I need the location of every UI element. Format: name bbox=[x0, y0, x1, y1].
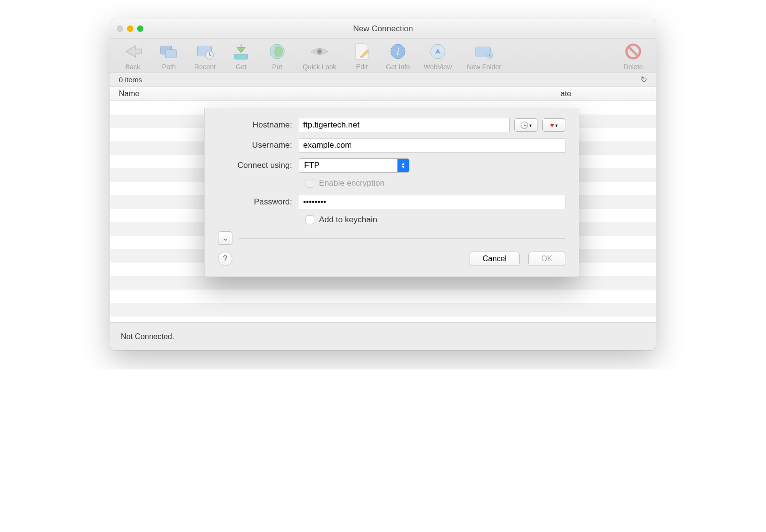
add-keychain-checkbox[interactable] bbox=[306, 215, 314, 224]
eye-icon bbox=[309, 41, 330, 62]
toolbar-label: Path bbox=[162, 63, 176, 71]
toolbar-label: Recent bbox=[194, 63, 216, 71]
chevron-down-icon: ⌄ bbox=[223, 235, 228, 242]
add-keychain-label: Add to keychain bbox=[319, 215, 377, 225]
svg-rect-1 bbox=[165, 50, 176, 58]
download-icon bbox=[231, 41, 251, 62]
connection-status: Not Connected. bbox=[121, 332, 174, 341]
svg-text:i: i bbox=[396, 46, 399, 57]
toolbar-path[interactable]: Path bbox=[152, 41, 186, 71]
heart-icon: ♥ bbox=[550, 121, 554, 129]
svg-point-7 bbox=[318, 50, 321, 53]
toolbar-delete[interactable]: Delete bbox=[616, 41, 650, 71]
compass-icon bbox=[428, 41, 448, 62]
cancel-button[interactable]: Cancel bbox=[470, 252, 520, 266]
toolbar-webview[interactable]: WebView bbox=[417, 41, 459, 71]
toolbar-label: Put bbox=[272, 63, 282, 71]
toolbar: Back Path Recent Get Put bbox=[110, 38, 656, 73]
username-label: Username: bbox=[218, 140, 299, 150]
hostname-input[interactable] bbox=[299, 118, 510, 132]
recent-folder-clock-icon bbox=[195, 41, 215, 62]
toolbar-new-folder[interactable]: New Folder bbox=[461, 41, 507, 71]
delete-prohibit-icon bbox=[623, 41, 643, 62]
enable-encryption-label: Enable encryption bbox=[319, 178, 384, 188]
footer: Not Connected. bbox=[110, 322, 656, 350]
toolbar-label: Edit bbox=[356, 63, 368, 71]
toolbar-label: Back bbox=[125, 63, 140, 71]
expand-options-button[interactable]: ⌄ bbox=[218, 231, 232, 245]
list-header: Name ate bbox=[110, 87, 656, 101]
info-icon: i bbox=[388, 41, 408, 62]
toolbar-quick-look[interactable]: Quick Look bbox=[296, 41, 343, 71]
clock-icon: 🕒 bbox=[520, 121, 528, 129]
column-name[interactable]: Name bbox=[119, 89, 551, 98]
new-folder-icon bbox=[474, 41, 494, 62]
chevron-down-icon: ▾ bbox=[555, 123, 558, 128]
statusbar: 0 items ↻ bbox=[110, 73, 656, 87]
edit-document-icon bbox=[352, 41, 372, 62]
history-dropdown-button[interactable]: 🕒▾ bbox=[514, 118, 537, 132]
svg-rect-4 bbox=[234, 54, 248, 59]
toolbar-put[interactable]: Put bbox=[260, 41, 294, 71]
toolbar-edit[interactable]: Edit bbox=[345, 41, 379, 71]
password-label: Password: bbox=[218, 197, 299, 207]
toolbar-label: WebView bbox=[424, 63, 452, 71]
enable-encryption-checkbox bbox=[306, 179, 314, 188]
ok-button: OK bbox=[528, 252, 565, 266]
connect-using-label: Connect using: bbox=[218, 161, 299, 170]
toolbar-recent[interactable]: Recent bbox=[188, 41, 222, 71]
protocol-value: FTP bbox=[304, 161, 319, 170]
column-date[interactable]: ate bbox=[551, 89, 647, 98]
favorites-dropdown-button[interactable]: ♥▾ bbox=[542, 118, 565, 132]
items-count: 0 items bbox=[119, 76, 142, 84]
app-window: New Connection Back Path Recent Get bbox=[110, 19, 656, 350]
path-folders-icon bbox=[159, 41, 179, 62]
toolbar-get-info[interactable]: i Get Info bbox=[381, 41, 415, 71]
new-connection-dialog: Hostname: 🕒▾ ♥▾ Username: Connect using: bbox=[204, 108, 579, 277]
titlebar: New Connection bbox=[110, 19, 656, 38]
upload-globe-icon bbox=[267, 41, 287, 62]
add-keychain-row[interactable]: Add to keychain bbox=[306, 215, 565, 225]
chevron-down-icon: ▾ bbox=[529, 123, 532, 128]
toolbar-label: Quick Look bbox=[303, 63, 336, 71]
protocol-select[interactable]: FTP ▲▼ bbox=[299, 158, 409, 173]
list-row bbox=[110, 303, 656, 317]
enable-encryption-row: Enable encryption bbox=[306, 178, 565, 188]
help-icon: ? bbox=[223, 254, 227, 264]
toolbar-label: Get Info bbox=[386, 63, 410, 71]
username-input[interactable] bbox=[299, 138, 565, 152]
refresh-icon[interactable]: ↻ bbox=[640, 75, 647, 85]
toolbar-label: Delete bbox=[624, 63, 643, 71]
toolbar-label: Get bbox=[236, 63, 247, 71]
toolbar-back[interactable]: Back bbox=[116, 41, 150, 71]
password-input[interactable] bbox=[299, 195, 565, 209]
window-title: New Connection bbox=[110, 24, 656, 34]
help-button[interactable]: ? bbox=[218, 252, 232, 266]
toolbar-get[interactable]: Get bbox=[224, 41, 258, 71]
list-row bbox=[110, 290, 656, 303]
divider bbox=[239, 238, 565, 239]
select-stepper-icon: ▲▼ bbox=[397, 159, 409, 172]
toolbar-label: New Folder bbox=[467, 63, 501, 71]
hostname-label: Hostname: bbox=[218, 120, 299, 130]
back-arrow-icon bbox=[123, 41, 143, 62]
list-row bbox=[110, 276, 656, 290]
